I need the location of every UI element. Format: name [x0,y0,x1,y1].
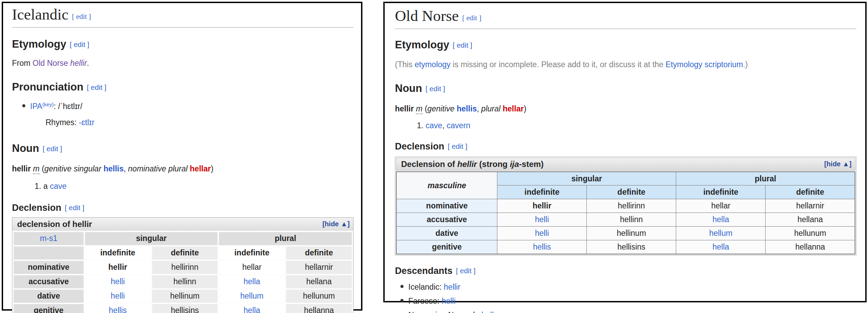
ipa-key-link[interactable]: (key) [42,101,53,107]
table-cell: hellis [85,304,151,313]
hide-button[interactable]: [hide ▲] [322,220,350,228]
edit-button[interactable]: [ edit ] [42,145,62,153]
descendant-link[interactable]: hellir [444,282,461,291]
etymology-missing-notice: (This etymology is missing or incomplete… [395,60,856,69]
ipa-link[interactable]: IPA [30,102,42,111]
form-link[interactable]: hellum [709,229,732,238]
subheader-cell: indefinite [85,246,151,260]
descendant-link[interactable]: heller [481,311,500,313]
table-cell: hella [219,275,285,288]
form-link[interactable]: hella [712,215,729,224]
form-link[interactable]: hella [712,242,729,251]
bullet-icon [400,299,404,302]
subheader-cell: definite [286,246,352,260]
table-cell: hellum [676,227,766,240]
form-link[interactable]: helli [111,291,125,300]
group-header-singular: singular [497,172,676,185]
table-cell: hellinum [587,227,676,240]
plural-form-link[interactable]: hellar [190,164,211,173]
old-norse-link[interactable]: Old Norse [33,59,68,68]
rhymes-link[interactable]: -ɛtlɪr [79,118,95,127]
language-heading-text: Icelandic [12,6,69,23]
table-cell: hellanna [766,240,855,254]
edit-button[interactable]: [ edit ] [65,204,84,212]
group-header-plural: plural [676,172,855,185]
descendant-link[interactable]: helli [442,297,456,305]
bullet-icon [22,104,25,107]
section-heading-descendants: Descendants[ edit ] [395,266,856,276]
subheader-cell: definite [152,246,218,260]
table-row: dative helli hellinum hellum hellunum [396,227,855,240]
form-link[interactable]: hellis [533,242,551,251]
etymology-link[interactable]: etymology [415,60,451,69]
case-label: genitive [14,304,84,313]
form-link[interactable]: hella [244,306,260,313]
table-cell: hellarnir [286,261,352,274]
cavern-link[interactable]: cavern [447,121,470,130]
genitive-form-link[interactable]: hellis [457,104,477,113]
case-label: nominative [396,199,497,213]
table-cell: hellinn [587,213,676,227]
table-cell: hellar [676,199,766,213]
gender-abbr: m [416,104,422,114]
case-label: dative [396,227,497,240]
list-item: Norwegian Nynorsk: heller [400,311,856,313]
table-cell: hellanna [286,304,352,313]
ipa-line: IPA(key): /ˈhɛtlɪr/ [30,101,83,111]
definition-number: 1. [417,121,423,130]
cave-link[interactable]: cave [423,121,442,130]
list-item: Faroese: helli [400,297,856,306]
subheader-cell: indefinite [497,185,587,199]
headword-line: hellir m (genitive hellis, plural hellar… [395,104,856,113]
form-link[interactable]: helli [535,215,549,224]
section-heading-etymology: Etymology[ edit ] [12,38,354,50]
cave-link[interactable]: cave [50,182,67,191]
headword-line: hellir m (genitive singular hellis, nomi… [12,164,354,173]
edit-button[interactable]: [ edit ] [462,14,481,22]
table-cell: hellum [219,290,285,303]
headword: hellir [395,104,414,113]
table-row: nominative hellir hellirinn hellar hella… [396,199,855,213]
group-header-plural: plural [219,232,352,245]
table-cell: helli [497,227,587,240]
genitive-form-link[interactable]: hellis [103,164,124,173]
edit-button[interactable]: [ edit ] [70,40,89,48]
stem-link[interactable]: m-s1 [40,234,57,243]
table-row: nominative hellir hellirinn hellar hella… [14,261,352,274]
section-heading-declension: Declension[ edit ] [12,203,354,213]
form-link[interactable]: hella [244,277,260,286]
edit-button[interactable]: [ edit ] [72,12,91,21]
table-cell: hellisins [152,304,218,313]
declension-table: masculine singular plural indefinite def… [396,171,855,254]
form-link[interactable]: hellis [109,306,127,313]
etymology-text: From Old Norse hellir. [12,59,354,68]
form-link[interactable]: hellum [240,291,263,300]
definition-number: 1. [35,182,41,191]
section-heading-declension: Declension[ edit ] [395,141,856,152]
plural-form-link[interactable]: hellar [503,104,524,113]
section-heading-noun: Noun[ edit ] [12,142,354,155]
table-cell: hellis [497,240,587,254]
case-label: nominative [14,261,84,274]
language-heading-old-norse: Old Norse[ edit ] [395,7,856,29]
hellir-etymon-link[interactable]: hellir [70,59,87,68]
edit-button[interactable]: [ edit ] [456,267,475,275]
subheader-cell: indefinite [676,185,766,199]
section-heading-noun: Noun[ edit ] [395,82,856,95]
table-row: genitive hellis hellisins hella hellanna [14,304,352,313]
edit-button[interactable]: [ edit ] [448,142,467,150]
edit-button[interactable]: [ edit ] [452,41,472,49]
edit-button[interactable]: [ edit ] [87,83,106,91]
etymology-scriptorium-link[interactable]: Etymology scriptorium [666,60,743,69]
section-heading-pronunciation: Pronunciation[ edit ] [12,81,354,93]
edit-button[interactable]: [ edit ] [425,85,445,93]
form-link[interactable]: helli [535,229,549,238]
table-cell: hellarnir [766,199,855,213]
table-row: accusative helli hellinn hella hellana [14,275,352,288]
table-row: genitive hellis hellisins hella hellanna [396,240,855,254]
table-cell: hellunum [766,227,855,240]
table-cell: hellana [286,275,352,288]
table-cell: hellunum [286,290,352,303]
form-link[interactable]: helli [111,277,125,286]
hide-button[interactable]: [hide ▲] [824,160,852,168]
